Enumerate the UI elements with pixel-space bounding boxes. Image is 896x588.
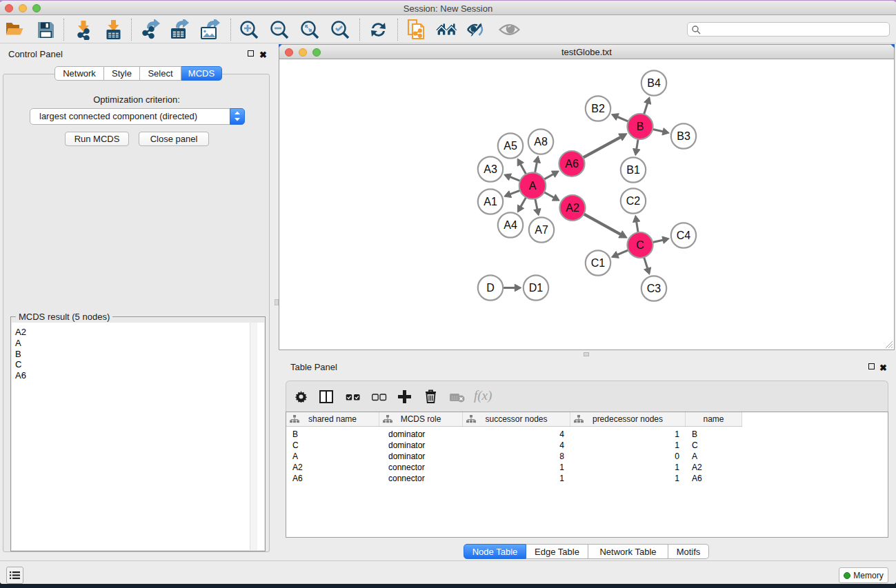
svg-text:C3: C3: [647, 283, 661, 294]
svg-text:B4: B4: [647, 77, 661, 89]
svg-text:A2: A2: [566, 202, 579, 214]
svg-text:D: D: [486, 282, 495, 294]
svg-text:A1: A1: [484, 196, 497, 207]
svg-text:A8: A8: [534, 136, 548, 148]
svg-text:C1: C1: [591, 257, 606, 269]
svg-text:B1: B1: [626, 164, 640, 176]
svg-text:A5: A5: [504, 140, 517, 152]
svg-text:B2: B2: [591, 103, 605, 114]
svg-text:C: C: [636, 239, 644, 251]
svg-text:A7: A7: [535, 224, 548, 236]
svg-text:A4: A4: [504, 219, 517, 231]
svg-text:A6: A6: [565, 158, 579, 170]
svg-text:B3: B3: [677, 130, 690, 142]
svg-text:D1: D1: [529, 282, 544, 294]
svg-text:A3: A3: [484, 163, 497, 175]
svg-text:C2: C2: [626, 195, 641, 207]
svg-text:C4: C4: [677, 230, 691, 241]
svg-text:B: B: [637, 121, 644, 132]
svg-text:A: A: [529, 180, 537, 192]
